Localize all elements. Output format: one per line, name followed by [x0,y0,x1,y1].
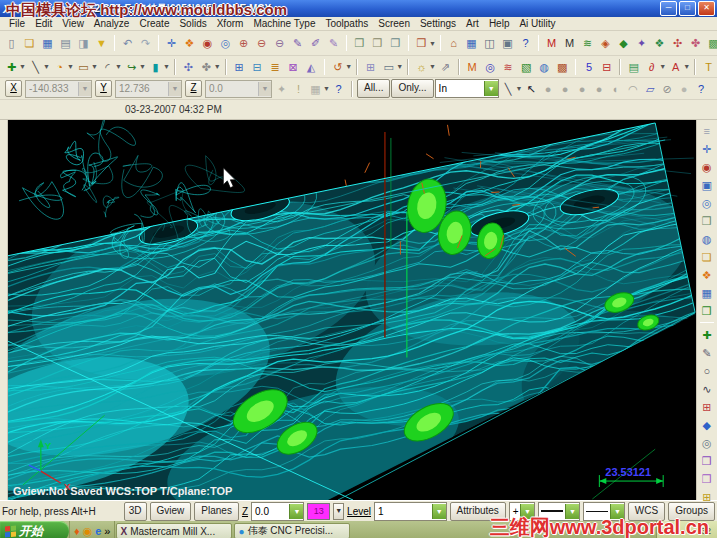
machine-mill-icon[interactable]: M [543,34,560,52]
gview-front-icon[interactable]: ❒ [369,34,386,52]
groups-button[interactable]: Groups [668,502,715,521]
create-fillet-icon[interactable]: ◜ [99,58,116,76]
machine-wire-icon[interactable]: ≋ [579,34,596,52]
gview-iso-icon[interactable]: ❒ [413,34,430,52]
sb-zoom-icon[interactable]: ◎ [698,194,716,211]
xform-offset-icon[interactable]: ⊟ [249,58,266,76]
toolpath-manager-icon[interactable]: ✦ [633,34,650,52]
create-point-icon-dropdown[interactable]: ▼ [19,63,26,70]
line-width-dropdown[interactable]: ▼ [583,502,625,521]
level-field[interactable]: 1 ▼ [374,502,447,521]
line-style-dropdown[interactable]: ▼ [538,502,580,521]
viewsheet-icon[interactable]: ▭ [380,58,397,76]
3d-mode-button[interactable]: 3D [124,502,147,521]
art-icon[interactable]: T [700,58,717,76]
sb-circle-icon[interactable]: ○ [698,362,716,379]
x-coord-button[interactable]: X [5,80,22,97]
sb-diamond-icon[interactable]: ◆ [698,416,716,433]
repaint-icon[interactable]: ✎ [289,34,306,52]
level-dropdown[interactable]: ▼ [432,504,446,519]
delete-entities-icon[interactable]: ↺ [329,58,346,76]
analyze-distance-icon[interactable]: ⇗ [437,58,454,76]
xform-translate-icon[interactable]: ⊞ [231,58,248,76]
sb-iso-cube-icon[interactable]: ❒ [698,212,716,229]
cplane-image-icon-dropdown[interactable]: ▼ [323,85,330,92]
task-qq-chat[interactable]: ● 伟泰 CNC Precisi... [234,523,350,538]
sb-zoom-window-icon[interactable]: ◉ [698,158,716,175]
qq-icon[interactable]: ♦ [74,526,80,537]
create-arc-icon-dropdown[interactable]: ▼ [67,63,74,70]
xform-rotate-icon[interactable]: ✤ [198,58,215,76]
line-swatch-icon[interactable]: ╲ [500,80,517,98]
save-ncfile-icon[interactable]: ▦ [463,34,480,52]
xform-scale-icon[interactable]: ≣ [267,58,284,76]
sb-pan-icon[interactable]: ✛ [698,140,716,157]
shading-icon[interactable]: ☼ [413,58,430,76]
menu-item-edit[interactable]: Edit [30,18,57,29]
sb-pencil-icon[interactable]: ✎ [698,344,716,361]
gview-top-icon[interactable]: ❒ [351,34,368,52]
toolbar-grip[interactable]: ≡ [698,122,716,139]
menu-item-screen[interactable]: Screen [373,18,415,29]
zoom-window-icon[interactable]: ◉ [199,34,216,52]
z-coord-button[interactable]: Z [185,80,202,97]
sb-wheel-icon[interactable]: ◎ [698,434,716,451]
z-coord-field[interactable]: 0.0 ▼ [205,80,272,98]
sb-cube-purple-icon[interactable]: ❒ [698,452,716,469]
sb-spline-icon[interactable]: ∿ [698,380,716,397]
sb-window-icon[interactable]: ▣ [698,176,716,193]
machine-router-icon[interactable]: ◈ [597,34,614,52]
quicklaunch-overflow[interactable]: » [104,526,110,537]
sb-plus-icon[interactable]: ✚ [698,326,716,343]
filter-icon[interactable]: ▼ [93,34,110,52]
line-swatch-icon-dropdown[interactable]: ▼ [516,85,523,92]
attributes-button[interactable]: Attributes [450,502,506,521]
media-player-icon[interactable]: ◉ [83,526,93,537]
y-coord-button[interactable]: Y [95,80,112,97]
print-preview-icon[interactable]: ◨ [75,34,92,52]
unselect-icon[interactable]: ⊘ [659,80,676,98]
sb-globe-icon[interactable]: ◍ [698,230,716,247]
menu-item-ai-utility[interactable]: Ai Utility [514,18,560,29]
gview-button[interactable]: Gview [150,502,192,521]
screen-color-icon[interactable]: ▤ [625,58,642,76]
mr5-icon[interactable]: 5 [580,58,597,76]
menu-item-solids[interactable]: Solids [174,18,211,29]
point-style-dropdown[interactable]: + ▼ [509,502,535,521]
y-coord-field[interactable]: 12.736 ▼ [115,80,182,98]
minimize-button[interactable]: ─ [660,1,677,16]
line-width-arrow[interactable]: ▼ [610,504,624,519]
xform-rotate-icon-dropdown[interactable]: ▼ [214,63,221,70]
xform-roll-icon[interactable]: ◭ [303,58,320,76]
start-button[interactable]: 开始 [0,521,69,538]
config-icon[interactable]: ▣ [499,34,516,52]
print-icon[interactable]: ▤ [57,34,74,52]
line-style-arrow[interactable]: ▼ [565,504,579,519]
sb-open-icon[interactable]: ❏ [698,248,716,265]
create-solid-icon-dropdown[interactable]: ▼ [163,63,170,70]
create-rect-icon[interactable]: ▭ [75,58,92,76]
current-color-swatch[interactable]: 13 [307,503,330,520]
window-select-icon[interactable]: ▱ [642,80,659,98]
sel-single-icon[interactable]: ● [574,80,591,98]
sel-polygon-icon[interactable]: ● [557,80,574,98]
gview-iso-icon-dropdown[interactable]: ▼ [429,40,436,47]
x-coord-dropdown[interactable]: ▼ [78,82,91,96]
zoom-out-50-icon[interactable]: ⊖ [271,34,288,52]
menu-item-file[interactable]: File [4,18,30,29]
save-icon[interactable]: ▦ [39,34,56,52]
pan-icon[interactable]: ✛ [163,34,180,52]
create-point-icon[interactable]: ✚ [3,58,20,76]
mc-image-icon[interactable]: ▩ [554,58,571,76]
z-depth-label[interactable]: Z [242,506,248,517]
viewsheet-icon-dropdown[interactable]: ▼ [396,63,403,70]
menu-item-toolpaths[interactable]: Toolpaths [320,18,373,29]
machine-design-icon[interactable]: ◆ [615,34,632,52]
ie-icon[interactable]: e [95,526,101,537]
create-solid-icon[interactable]: ▮ [147,58,164,76]
fastpoint-icon[interactable]: ! [290,80,307,98]
create-rect-icon-dropdown[interactable]: ▼ [91,63,98,70]
font-icon-dropdown[interactable]: ▼ [683,63,690,70]
x-coord-field[interactable]: -140.833 ▼ [25,80,92,98]
zoom-out-icon[interactable]: ⊖ [253,34,270,52]
